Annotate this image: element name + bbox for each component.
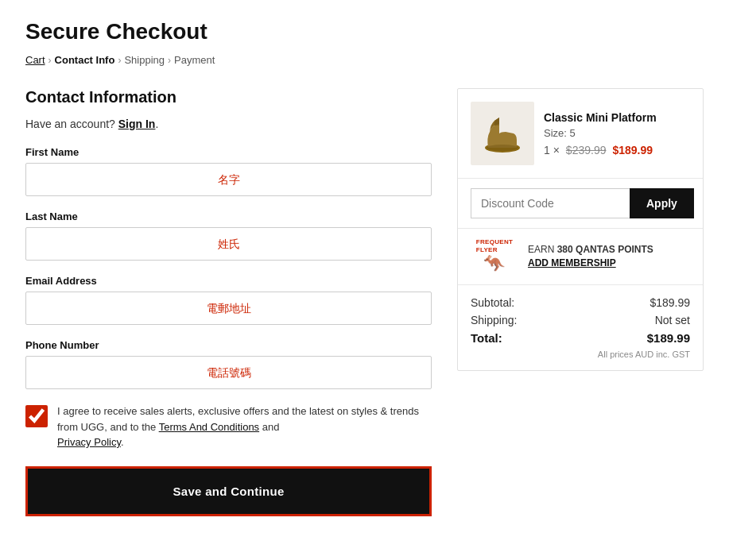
first-name-label: First Name [25,146,432,158]
breadcrumb-contact-info: Contact Info [55,54,115,66]
apply-discount-button[interactable]: Apply [630,188,694,218]
order-summary-card: Classic Mini Platform Size: 5 1 × $239.9… [457,88,704,371]
product-qty: 1 × [544,144,560,156]
breadcrumb: Cart › Contact Info › Shipping › Payment [25,54,704,66]
price-row: 1 × $239.99 $189.99 [544,144,690,156]
product-row: Classic Mini Platform Size: 5 1 × $239.9… [458,89,703,179]
svg-point-1 [487,145,518,151]
total-value: $189.99 [647,331,690,345]
contact-heading: Contact Information [25,88,432,106]
breadcrumb-sep-1: › [48,55,52,66]
breadcrumb-sep-3: › [168,55,171,66]
subtotal-line: Subtotal: $189.99 [471,296,690,309]
breadcrumb-cart[interactable]: Cart [25,54,45,66]
breadcrumb-sep-2: › [118,55,121,66]
save-continue-button[interactable]: Save and Continue [25,466,432,516]
terms-checkbox-wrapper[interactable] [25,405,48,427]
breadcrumb-shipping: Shipping [124,54,165,66]
last-name-label: Last Name [25,210,432,222]
qantas-kangaroo-icon: 🦘 [483,253,506,274]
qantas-logo: FREQUENTFLYER 🦘 [471,238,518,275]
subtotal-value: $189.99 [650,296,690,309]
account-prompt-line: Have an account? Sign In. [25,118,432,130]
terms-link[interactable]: Terms And Conditions [159,421,259,433]
phone-label: Phone Number [25,339,432,351]
original-price: $239.99 [566,144,607,156]
shipping-line: Shipping: Not set [471,314,690,326]
order-summary-panel: Classic Mini Platform Size: 5 1 × $239.9… [457,88,704,371]
product-size: Size: 5 [544,127,690,139]
product-image [471,102,534,165]
total-label: Total: [471,331,502,345]
gst-note: All prices AUD inc. GST [471,350,690,359]
phone-input[interactable] [25,356,432,389]
shipping-label: Shipping: [471,314,517,326]
email-group: Email Address [25,275,432,325]
subtotal-label: Subtotal: [471,296,514,309]
last-name-input[interactable] [25,227,432,261]
first-name-group: First Name [25,146,432,196]
total-line: Total: $189.99 [471,331,690,345]
phone-group: Phone Number [25,339,432,389]
discount-row: Apply [458,179,703,229]
discount-code-input[interactable] [471,188,630,218]
email-input[interactable] [25,292,432,325]
terms-checkbox-row: I agree to receive sales alerts, exclusi… [25,404,432,450]
qantas-info: EARN 380 QANTAS POINTS ADD MEMBERSHIP [528,243,653,270]
breadcrumb-payment: Payment [174,54,215,66]
qantas-row: FREQUENTFLYER 🦘 EARN 380 QANTAS POINTS A… [458,229,703,285]
product-image-svg [479,110,526,157]
shipping-value: Not set [655,314,690,326]
qantas-points: 380 QANTAS POINTS [557,244,653,255]
totals-section: Subtotal: $189.99 Shipping: Not set Tota… [458,285,703,370]
sign-in-link[interactable]: Sign In [118,118,156,130]
qantas-add-membership-link[interactable]: ADD MEMBERSHIP [528,257,653,270]
qantas-frequent-flyer-text: FREQUENTFLYER [476,238,513,253]
product-name: Classic Mini Platform [544,111,690,124]
terms-text: I agree to receive sales alerts, exclusi… [57,404,432,450]
page-title: Secure Checkout [25,19,704,44]
sale-price: $189.99 [612,144,653,156]
terms-checkbox[interactable] [25,405,48,427]
last-name-group: Last Name [25,210,432,261]
email-label: Email Address [25,275,432,287]
checkout-layout: Contact Information Have an account? Sig… [25,88,704,516]
first-name-input[interactable] [25,163,432,196]
privacy-link[interactable]: Privacy Policy [57,436,121,448]
product-info: Classic Mini Platform Size: 5 1 × $239.9… [544,111,690,156]
contact-form-section: Contact Information Have an account? Sig… [25,88,432,516]
